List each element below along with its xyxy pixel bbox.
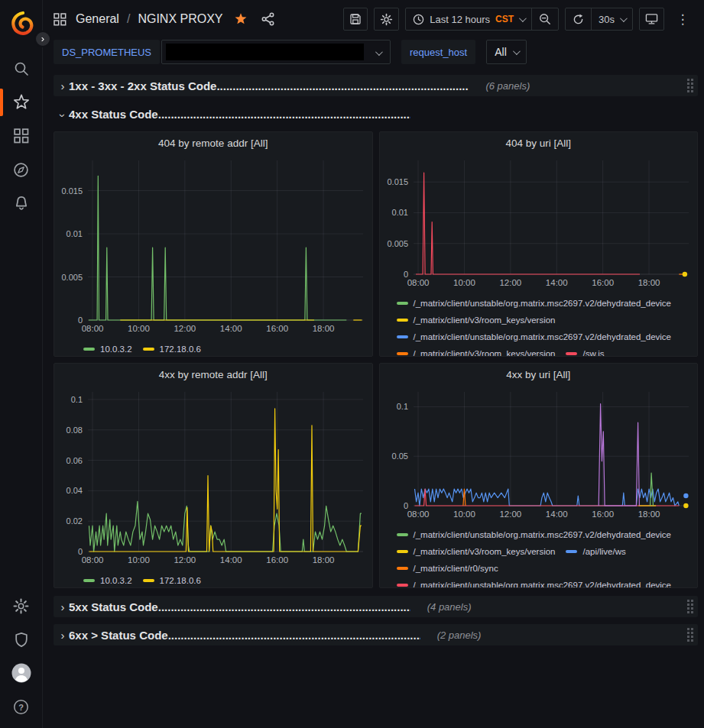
breadcrumb-dashboard-title[interactable]: NGINX PROXY (138, 12, 222, 26)
variable-datasource: DS_PROMETHEUS (54, 40, 391, 64)
sidebar-item-search[interactable] (0, 52, 43, 86)
legend-label: 10.0.3.2 (100, 345, 132, 354)
legend-item[interactable]: /_matrix/client/r0/sync (397, 560, 498, 577)
legend-swatch (143, 579, 154, 582)
legend-item[interactable]: /_matrix/client/unstable/org.matrix.msc2… (397, 526, 672, 543)
sidebar-item-configuration[interactable] (0, 589, 43, 623)
dashboard-topbar: General / NGINX PROXY (43, 0, 704, 38)
row-5xx[interactable]: › 5xx Status Code ......................… (54, 596, 698, 617)
row-collapse-chevron[interactable]: › (57, 629, 69, 642)
zoom-out-icon (539, 13, 551, 25)
favorite-star-icon[interactable] (234, 12, 248, 26)
more-options-kebab[interactable]: ⋮ (670, 8, 695, 31)
legend-item[interactable]: 172.18.0.6 (143, 572, 201, 588)
legend-item[interactable]: /_matrix/client/unstable/org.matrix.msc2… (397, 577, 672, 588)
legend-label: 172.18.0.6 (160, 345, 201, 354)
svg-text:10:00: 10:00 (128, 555, 150, 565)
svg-text:0.01: 0.01 (391, 208, 407, 217)
timeseries-chart[interactable]: 00.020.040.060.080.108:0010:0012:0014:00… (54, 386, 372, 571)
legend-item[interactable]: /_matrix/client/unstable/org.matrix.msc2… (397, 328, 672, 345)
sidebar-item-explore[interactable] (0, 153, 43, 186)
svg-text:0.08: 0.08 (67, 425, 83, 435)
row-6xx[interactable]: › 6xx > Status Code ....................… (54, 624, 698, 645)
row-title[interactable]: 4xx Status Code (69, 108, 158, 121)
sidebar-item-dashboards[interactable] (0, 119, 43, 153)
legend-swatch (397, 533, 408, 536)
row-drag-handle[interactable] (687, 600, 693, 613)
sidebar-item-server-admin[interactable] (0, 623, 43, 656)
help-icon: ? (13, 699, 29, 715)
save-dashboard-button[interactable] (343, 8, 368, 31)
star-outline-icon (13, 94, 30, 111)
sidebar-item-help[interactable]: ? (0, 690, 43, 723)
legend-item[interactable]: /_matrix/client/unstable/org.matrix.msc2… (397, 295, 672, 312)
legend-swatch (397, 550, 408, 553)
tv-mode-button[interactable] (639, 8, 664, 31)
dashboard-submenu: DS_PROMETHEUS request_host All (43, 38, 704, 73)
svg-text:14:00: 14:00 (220, 555, 242, 565)
variable-request-host-value-dropdown[interactable]: All (486, 40, 527, 64)
row-title[interactable]: 5xx Status Code (69, 600, 158, 613)
variable-request-host: request_host (401, 40, 475, 64)
sidebar-item-alerting[interactable] (0, 186, 43, 220)
row-collapse-chevron[interactable]: › (57, 109, 70, 121)
legend-item[interactable]: /_matrix/client/v3/room_keys/version (397, 345, 556, 357)
sidebar-expand-button[interactable]: › (34, 31, 51, 47)
legend-item[interactable]: /_matrix/client/v3/room_keys/version (397, 312, 556, 328)
legend-swatch (83, 579, 95, 582)
legend-swatch (397, 335, 408, 338)
legend-label: /api/live/ws (582, 547, 625, 556)
timeseries-chart[interactable]: 00.050.108:0010:0012:0014:0016:0018:00 (380, 386, 698, 525)
legend-swatch (397, 302, 408, 305)
chevron-down-icon (513, 47, 521, 55)
refresh-interval-dropdown[interactable]: 30s (591, 8, 632, 30)
bell-icon (14, 196, 29, 212)
legend-item[interactable]: 172.18.0.6 (143, 341, 201, 357)
svg-text:08:00: 08:00 (407, 278, 429, 287)
panel-title[interactable]: 4xx by remote addr [All] (54, 364, 372, 386)
svg-text:16:00: 16:00 (592, 278, 614, 287)
svg-text:08:00: 08:00 (82, 324, 104, 333)
legend-item[interactable]: 10.0.3.2 (83, 572, 132, 588)
shield-icon (14, 632, 29, 648)
row-title[interactable]: 6xx > Status Code (69, 629, 168, 642)
refresh-button[interactable] (566, 8, 591, 30)
timeseries-chart[interactable]: 00.0050.010.01508:0010:0012:0014:0016:00… (380, 154, 698, 293)
legend-item[interactable]: /sw.js (566, 345, 604, 357)
dashboards-breadcrumb-icon[interactable] (54, 13, 67, 26)
row-drag-handle[interactable] (687, 79, 693, 92)
svg-text:0.04: 0.04 (67, 486, 83, 495)
breadcrumb-folder[interactable]: General (76, 12, 119, 26)
variable-datasource-label: DS_PROMETHEUS (54, 40, 160, 64)
dashboard-body: › 1xx - 3xx - 2xx Status Code ..........… (43, 73, 704, 658)
legend-item[interactable]: /_matrix/client/v3/room_keys/version (397, 543, 556, 560)
chevron-down-icon (519, 15, 527, 22)
legend-swatch (566, 352, 577, 355)
row-1xx-3xx-2xx[interactable]: › 1xx - 3xx - 2xx Status Code ..........… (54, 75, 698, 96)
svg-text:0.005: 0.005 (61, 273, 83, 282)
panel-title[interactable]: 404 by remote addr [All] (54, 132, 372, 154)
zoom-out-button[interactable] (531, 8, 558, 30)
row-collapse-chevron[interactable]: › (57, 600, 69, 613)
dashboard-settings-button[interactable] (374, 8, 399, 31)
sidebar-item-starred[interactable] (0, 86, 43, 119)
panel-title[interactable]: 404 by uri [All] (380, 132, 698, 154)
compass-icon (13, 162, 29, 178)
sidebar-item-profile[interactable] (0, 656, 43, 690)
chevron-down-icon (375, 48, 383, 56)
time-range-picker[interactable]: Last 12 hours CST (406, 8, 531, 30)
share-icon[interactable] (261, 12, 275, 26)
svg-text:0.01: 0.01 (67, 229, 83, 238)
variable-datasource-value-dropdown[interactable] (161, 40, 391, 64)
timeseries-chart[interactable]: 00.0050.010.01508:0010:0012:0014:0016:00… (54, 154, 372, 339)
svg-text:0.015: 0.015 (61, 186, 83, 196)
legend-item[interactable]: /api/live/ws (566, 543, 625, 560)
legend-label: /_matrix/client/v3/room_keys/version (414, 547, 556, 556)
row-title[interactable]: 1xx - 3xx - 2xx Status Code (69, 79, 216, 92)
panel-title[interactable]: 4xx by uri [All] (380, 364, 698, 386)
panel-legend: /_matrix/client/unstable/org.matrix.msc2… (380, 293, 698, 357)
row-4xx[interactable]: › 4xx Status Code ......................… (54, 103, 698, 125)
row-drag-handle[interactable] (687, 628, 693, 642)
row-collapse-chevron[interactable]: › (57, 79, 69, 92)
legend-item[interactable]: 10.0.3.2 (83, 341, 132, 357)
